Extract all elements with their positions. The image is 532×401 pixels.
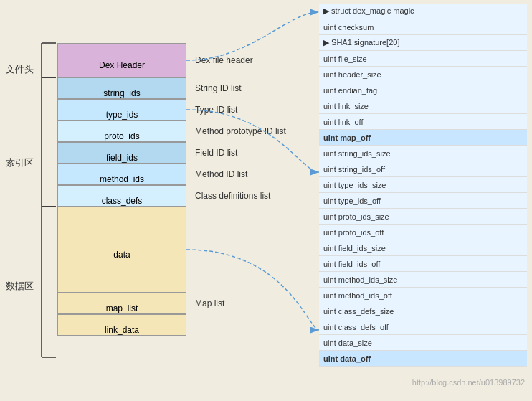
right-row-17: uint method_ids_size bbox=[319, 272, 527, 288]
right-row-2: ▶ SHA1 signature[20] bbox=[319, 35, 527, 51]
right-row-9: uint string_ids_size bbox=[319, 146, 527, 161]
desc-dex-header: Dex file header bbox=[192, 43, 307, 77]
right-row-22: uint data_off bbox=[319, 351, 527, 367]
right-row-13: uint proto_ids_size bbox=[319, 209, 527, 225]
right-row-10: uint string_ids_off bbox=[319, 161, 527, 177]
right-row-12: uint type_ids_off bbox=[319, 193, 527, 209]
right-row-21: uint data_size bbox=[319, 335, 527, 351]
desc-type-ids: Type ID list bbox=[192, 99, 307, 121]
desc-map-list: Map list bbox=[192, 293, 307, 314]
right-row-0: ▶ struct dex_magic magic bbox=[319, 4, 527, 19]
label-wenjiantou: 文件头 bbox=[6, 63, 34, 76]
right-row-11: uint type_ids_size bbox=[319, 177, 527, 193]
box-data: data bbox=[57, 207, 186, 293]
right-row-6: uint link_size bbox=[319, 98, 527, 114]
desc-string-ids: String ID list bbox=[192, 77, 307, 99]
right-row-4: uint header_size bbox=[319, 67, 527, 82]
right-row-1: uint checksum bbox=[319, 19, 527, 35]
watermark: http://blog.csdn.net/u013989732 bbox=[412, 378, 525, 387]
right-row-14: uint proto_ids_off bbox=[319, 225, 527, 240]
right-row-8: uint map_off bbox=[319, 130, 527, 146]
desc-field-ids: Field ID list bbox=[192, 142, 307, 164]
right-row-16: uint field_ids_off bbox=[319, 256, 527, 272]
right-row-3: uint file_size bbox=[319, 51, 527, 67]
box-dex-header: Dex Header bbox=[57, 43, 186, 77]
desc-method-ids: Method ID list bbox=[192, 164, 307, 185]
dex-column: Dex Header string_ids type_ids proto_ids… bbox=[57, 43, 186, 336]
right-row-7: uint link_off bbox=[319, 114, 527, 130]
right-row-18: uint method_ids_off bbox=[319, 288, 527, 303]
right-panel: ▶ struct dex_magic magicuint checksum▶ S… bbox=[319, 4, 527, 367]
desc-data bbox=[192, 207, 307, 293]
right-row-19: uint class_defs_size bbox=[319, 303, 527, 319]
desc-class-defs: Class definitions list bbox=[192, 185, 307, 207]
label-shujuqu: 数据区 bbox=[6, 280, 34, 293]
main-container: 文件头 索引区 数据区 Dex Header string_ids type_i… bbox=[0, 0, 532, 401]
desc-column: Dex file header String ID list Type ID l… bbox=[192, 43, 307, 336]
right-row-20: uint class_defs_off bbox=[319, 319, 527, 335]
right-row-15: uint field_ids_size bbox=[319, 240, 527, 256]
label-suoyinqu: 索引区 bbox=[6, 156, 34, 169]
right-row-5: uint endian_tag bbox=[319, 82, 527, 98]
desc-proto-ids: Method prototype ID list bbox=[192, 121, 307, 142]
desc-link-data bbox=[192, 314, 307, 336]
